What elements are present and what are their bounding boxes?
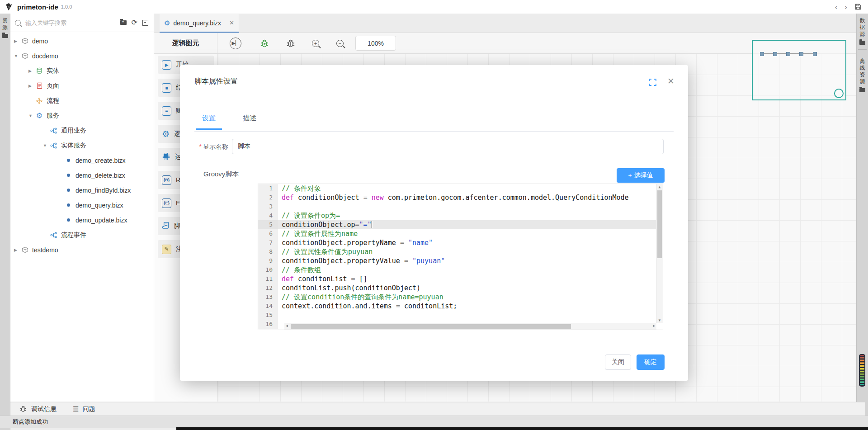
code-line-6[interactable]: 6// 设置条件属性为name	[258, 229, 663, 238]
dot-icon	[64, 174, 73, 177]
tree-item-服务[interactable]: ▼⚙服务	[10, 108, 154, 123]
chevron-down-icon[interactable]: ▼	[43, 143, 49, 148]
eos-element-icon: {E}	[162, 198, 171, 208]
zoom-in-icon[interactable]: +	[312, 40, 319, 47]
left-rail: 资 源	[0, 14, 10, 430]
minimap-node	[760, 52, 764, 56]
search-icon	[15, 20, 21, 26]
code-line-4[interactable]: 4// 设置条件op为=	[258, 211, 663, 220]
tab-close-icon[interactable]: ✕	[229, 19, 234, 26]
horizontal-scroll-thumb[interactable]	[291, 324, 571, 329]
zoom-level[interactable]: 100%	[355, 36, 396, 51]
tree-item-docdemo[interactable]: ▼docdemo	[10, 48, 154, 63]
refresh-icon[interactable]: ⟳	[132, 19, 137, 26]
tree-item-label: 页面	[47, 82, 59, 90]
logic-element-icon: ⚙	[162, 130, 170, 138]
rail-tab-offline[interactable]: 离 线 资 源	[857, 54, 868, 92]
code-line-8[interactable]: 8// 设置属性条件值为puyuan	[258, 247, 663, 256]
code-line-10[interactable]: 10// 条件数组	[258, 265, 663, 274]
chevron-right-icon[interactable]: ▶	[14, 39, 20, 43]
scroll-right-icon[interactable]: ▶	[653, 324, 655, 328]
minimap-node	[786, 52, 790, 56]
code-line-15[interactable]: 15	[258, 311, 663, 320]
display-name-label: *显示名称	[180, 143, 228, 151]
right-rail: 数 据 源 离 线 资 源	[856, 14, 868, 430]
fullscreen-icon[interactable]	[649, 79, 656, 86]
collapse-all-icon[interactable]	[142, 20, 148, 26]
code-line-11[interactable]: 11def conditonList = []	[258, 274, 663, 284]
chevron-right-icon[interactable]: ▶	[28, 69, 35, 73]
new-folder-icon[interactable]: +	[120, 20, 127, 25]
code-line-13[interactable]: 13// 设置condition条件的查询条件为name=puyuan	[258, 293, 663, 302]
tree-item-demo_delete.bizx[interactable]: demo_delete.bizx	[10, 168, 154, 183]
tree-item-通用业务[interactable]: 通用业务	[10, 123, 154, 138]
debug-stop-icon[interactable]	[286, 38, 297, 48]
tab-debug-info[interactable]: 调试信息	[19, 405, 57, 413]
code-line-5[interactable]: 5conditionObject.op="="	[258, 220, 663, 229]
choose-value-button[interactable]: + 选择值	[617, 168, 665, 183]
groovy-code-editor[interactable]: 1// 条件对象2def conditionObject = new com.p…	[258, 184, 663, 330]
tree-item-实体[interactable]: ▶实体	[10, 63, 154, 78]
minimap-resize-handle[interactable]	[834, 89, 844, 98]
tree-item-demo_create.bizx[interactable]: demo_create.bizx	[10, 153, 154, 168]
scroll-left-icon[interactable]: ◀	[286, 324, 288, 328]
tree-item-demo_findById.bizx[interactable]: demo_findById.bizx	[10, 183, 154, 198]
save-icon[interactable]	[854, 3, 862, 10]
minimap-node	[773, 52, 777, 56]
editor-vertical-scrollbar[interactable]: ▲ ▼	[656, 184, 663, 323]
dialog-close-icon[interactable]: ✕	[667, 76, 675, 86]
search-input[interactable]	[24, 19, 120, 27]
chevron-down-icon[interactable]: ▼	[28, 113, 35, 118]
script-element-icon	[162, 222, 170, 231]
tree-item-流程事件[interactable]: 流程事件	[10, 227, 154, 242]
tree-item-testdemo[interactable]: ▶testdemo	[10, 242, 154, 257]
canvas-toolbar: 逻辑图元 ▶▏ + −	[154, 33, 856, 54]
scroll-up-icon[interactable]: ▲	[656, 185, 663, 189]
code-line-14[interactable]: 14context.condition.and.items = conditon…	[258, 302, 663, 311]
code-line-12[interactable]: 12conditonList.push(conditionObject)	[258, 284, 663, 293]
scroll-down-icon[interactable]: ▼	[656, 318, 663, 322]
chevron-down-icon[interactable]: ▼	[14, 54, 20, 58]
zoom-out-icon[interactable]: −	[336, 40, 344, 47]
tree-item-实体服务[interactable]: ▼实体服务	[10, 138, 154, 153]
status-message: 断点添加成功	[13, 418, 48, 426]
editor-horizontal-scrollbar[interactable]: ◀ ▶	[284, 323, 656, 330]
rail-tab-datasource[interactable]: 数 据 源	[857, 14, 868, 45]
chevron-right-icon[interactable]: ▶	[14, 248, 20, 252]
nav-forward-icon[interactable]: ›	[844, 3, 847, 11]
close-button[interactable]: 关闭	[605, 354, 631, 370]
confirm-button[interactable]: 确定	[637, 354, 665, 370]
minimap[interactable]	[752, 40, 846, 100]
tree-item-label: 服务	[47, 112, 59, 120]
chevron-right-icon[interactable]: ▶	[28, 84, 35, 88]
tab-demo-query[interactable]: ⚙ demo_query.bizx ✕	[160, 14, 239, 33]
tree-item-页面[interactable]: ▶页面	[10, 78, 154, 93]
required-asterisk: *	[199, 143, 202, 150]
dialog-tab-settings[interactable]: 设置	[189, 114, 229, 130]
list-icon: ☰	[73, 406, 79, 412]
code-line-2[interactable]: 2def conditionObject = new com.primeton.…	[258, 193, 663, 202]
tree-item-demo_update.bizx[interactable]: demo_update.bizx	[10, 213, 154, 227]
debug-run-icon[interactable]	[259, 38, 270, 48]
rail-divider	[858, 49, 867, 50]
dialog-tab-description[interactable]: 描述	[229, 114, 270, 130]
rail-tab-resources[interactable]: 资 源	[0, 14, 10, 38]
code-line-9[interactable]: 9conditionObject.propertyValue = "puyuan…	[258, 256, 663, 265]
ide-window: primeton-ide 1.0.0 ‹ › 资 源 + ⟳	[0, 0, 868, 430]
resource-tree: ▶demo▼docdemo▶实体▶页面流程▼⚙服务通用业务▼实体服务demo_c…	[10, 32, 154, 257]
code-line-7[interactable]: 7conditionObject.propertyName = "name"	[258, 238, 663, 247]
package-icon	[20, 52, 29, 59]
tab-problems[interactable]: ☰ 问题	[73, 405, 95, 413]
service-icon	[49, 142, 58, 149]
tree-item-demo[interactable]: ▶demo	[10, 33, 154, 48]
tree-item-demo_query.bizx[interactable]: demo_query.bizx	[10, 198, 154, 213]
code-line-3[interactable]: 3	[258, 202, 663, 211]
code-line-1[interactable]: 1// 条件对象	[258, 184, 663, 193]
display-name-input[interactable]	[232, 139, 664, 154]
code-text: conditionObject.op="="	[278, 220, 663, 229]
rail-tab-offline-label: 离 线 资 源	[857, 58, 868, 85]
tree-item-流程[interactable]: 流程	[10, 93, 154, 108]
run-icon[interactable]: ▶▏	[230, 38, 241, 49]
nav-back-icon[interactable]: ‹	[835, 3, 838, 11]
vertical-scroll-thumb[interactable]	[657, 190, 662, 258]
